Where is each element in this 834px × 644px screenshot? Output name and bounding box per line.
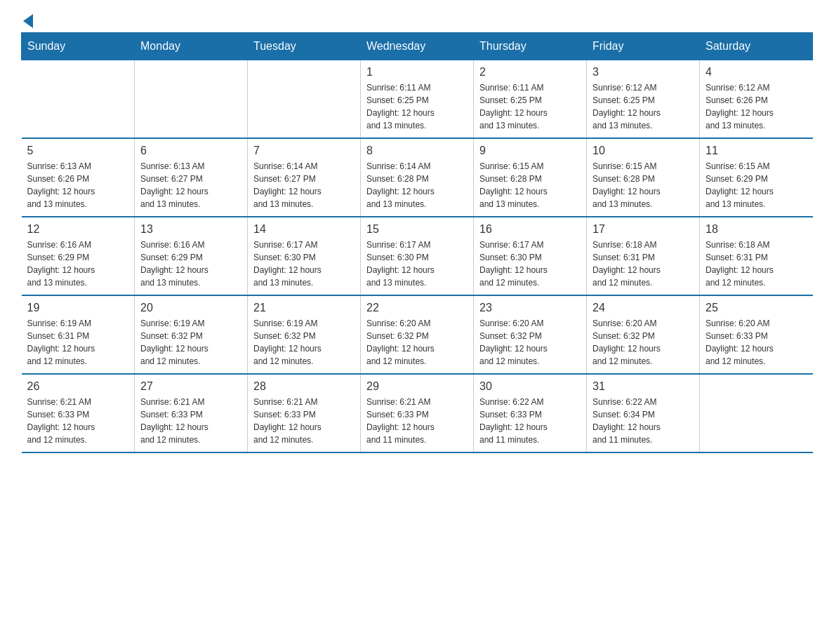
day-info: Sunrise: 6:11 AM Sunset: 6:25 PM Dayligh… bbox=[366, 81, 468, 132]
calendar-cell: 12Sunrise: 6:16 AM Sunset: 6:29 PM Dayli… bbox=[22, 217, 135, 295]
day-info: Sunrise: 6:17 AM Sunset: 6:30 PM Dayligh… bbox=[366, 239, 468, 289]
day-info: Sunrise: 6:21 AM Sunset: 6:33 PM Dayligh… bbox=[253, 396, 355, 446]
calendar-cell: 18Sunrise: 6:18 AM Sunset: 6:31 PM Dayli… bbox=[700, 217, 813, 295]
day-info: Sunrise: 6:21 AM Sunset: 6:33 PM Dayligh… bbox=[27, 396, 129, 446]
calendar-table: SundayMondayTuesdayWednesdayThursdayFrid… bbox=[21, 32, 813, 453]
day-number: 24 bbox=[593, 302, 694, 314]
day-number: 1 bbox=[366, 66, 468, 79]
day-info: Sunrise: 6:14 AM Sunset: 6:28 PM Dayligh… bbox=[366, 160, 468, 210]
day-number: 29 bbox=[366, 380, 468, 393]
day-info: Sunrise: 6:15 AM Sunset: 6:28 PM Dayligh… bbox=[593, 160, 694, 210]
calendar-week-row: 5Sunrise: 6:13 AM Sunset: 6:26 PM Daylig… bbox=[22, 138, 813, 217]
weekday-header-wednesday: Wednesday bbox=[361, 33, 474, 60]
day-info: Sunrise: 6:12 AM Sunset: 6:25 PM Dayligh… bbox=[593, 81, 694, 132]
calendar-cell: 4Sunrise: 6:12 AM Sunset: 6:26 PM Daylig… bbox=[700, 60, 813, 139]
calendar-cell: 25Sunrise: 6:20 AM Sunset: 6:33 PM Dayli… bbox=[700, 295, 813, 374]
weekday-header-thursday: Thursday bbox=[474, 33, 587, 60]
calendar-cell: 9Sunrise: 6:15 AM Sunset: 6:28 PM Daylig… bbox=[474, 138, 587, 217]
day-info: Sunrise: 6:14 AM Sunset: 6:27 PM Dayligh… bbox=[253, 160, 355, 210]
day-number: 5 bbox=[27, 145, 129, 157]
weekday-header-tuesday: Tuesday bbox=[248, 33, 361, 60]
day-number: 23 bbox=[479, 302, 581, 314]
calendar-cell: 27Sunrise: 6:21 AM Sunset: 6:33 PM Dayli… bbox=[135, 374, 248, 452]
calendar-week-row: 12Sunrise: 6:16 AM Sunset: 6:29 PM Dayli… bbox=[22, 217, 813, 295]
day-info: Sunrise: 6:15 AM Sunset: 6:28 PM Dayligh… bbox=[479, 160, 581, 210]
day-info: Sunrise: 6:21 AM Sunset: 6:33 PM Dayligh… bbox=[366, 396, 468, 446]
day-info: Sunrise: 6:16 AM Sunset: 6:29 PM Dayligh… bbox=[140, 239, 241, 289]
page-header bbox=[21, 14, 813, 25]
calendar-cell: 20Sunrise: 6:19 AM Sunset: 6:32 PM Dayli… bbox=[135, 295, 248, 374]
calendar-cell: 28Sunrise: 6:21 AM Sunset: 6:33 PM Dayli… bbox=[248, 374, 361, 452]
day-info: Sunrise: 6:19 AM Sunset: 6:31 PM Dayligh… bbox=[27, 317, 129, 368]
day-number: 31 bbox=[593, 380, 694, 393]
day-info: Sunrise: 6:16 AM Sunset: 6:29 PM Dayligh… bbox=[27, 239, 129, 289]
day-info: Sunrise: 6:18 AM Sunset: 6:31 PM Dayligh… bbox=[706, 239, 807, 289]
calendar-cell: 15Sunrise: 6:17 AM Sunset: 6:30 PM Dayli… bbox=[361, 217, 474, 295]
day-number: 28 bbox=[253, 380, 355, 393]
day-number: 21 bbox=[253, 302, 355, 314]
calendar-cell: 26Sunrise: 6:21 AM Sunset: 6:33 PM Dayli… bbox=[22, 374, 135, 452]
logo-arrow-icon bbox=[23, 14, 33, 28]
day-info: Sunrise: 6:19 AM Sunset: 6:32 PM Dayligh… bbox=[140, 317, 241, 368]
day-number: 10 bbox=[593, 145, 694, 157]
day-number: 30 bbox=[479, 380, 581, 393]
day-number: 18 bbox=[706, 223, 807, 236]
day-number: 11 bbox=[706, 145, 807, 157]
day-number: 22 bbox=[366, 302, 468, 314]
day-info: Sunrise: 6:15 AM Sunset: 6:29 PM Dayligh… bbox=[706, 160, 807, 210]
day-info: Sunrise: 6:13 AM Sunset: 6:26 PM Dayligh… bbox=[27, 160, 129, 210]
day-number: 27 bbox=[140, 380, 241, 393]
calendar-week-row: 19Sunrise: 6:19 AM Sunset: 6:31 PM Dayli… bbox=[22, 295, 813, 374]
calendar-cell: 17Sunrise: 6:18 AM Sunset: 6:31 PM Dayli… bbox=[587, 217, 700, 295]
weekday-header-row: SundayMondayTuesdayWednesdayThursdayFrid… bbox=[22, 33, 813, 60]
day-info: Sunrise: 6:20 AM Sunset: 6:33 PM Dayligh… bbox=[706, 317, 807, 368]
calendar-cell: 3Sunrise: 6:12 AM Sunset: 6:25 PM Daylig… bbox=[587, 60, 700, 139]
calendar-cell: 5Sunrise: 6:13 AM Sunset: 6:26 PM Daylig… bbox=[22, 138, 135, 217]
weekday-header-monday: Monday bbox=[135, 33, 248, 60]
calendar-cell: 7Sunrise: 6:14 AM Sunset: 6:27 PM Daylig… bbox=[248, 138, 361, 217]
day-number: 13 bbox=[140, 223, 241, 236]
day-number: 26 bbox=[27, 380, 129, 393]
calendar-cell: 10Sunrise: 6:15 AM Sunset: 6:28 PM Dayli… bbox=[587, 138, 700, 217]
day-info: Sunrise: 6:22 AM Sunset: 6:33 PM Dayligh… bbox=[479, 396, 581, 446]
day-info: Sunrise: 6:17 AM Sunset: 6:30 PM Dayligh… bbox=[253, 239, 355, 289]
day-info: Sunrise: 6:12 AM Sunset: 6:26 PM Dayligh… bbox=[706, 81, 807, 132]
calendar-body: 1Sunrise: 6:11 AM Sunset: 6:25 PM Daylig… bbox=[22, 60, 813, 453]
calendar-cell: 6Sunrise: 6:13 AM Sunset: 6:27 PM Daylig… bbox=[135, 138, 248, 217]
day-number: 16 bbox=[479, 223, 581, 236]
day-number: 14 bbox=[253, 223, 355, 236]
day-number: 7 bbox=[253, 145, 355, 157]
day-number: 12 bbox=[27, 223, 129, 236]
weekday-header-sunday: Sunday bbox=[22, 33, 135, 60]
calendar-header: SundayMondayTuesdayWednesdayThursdayFrid… bbox=[22, 33, 813, 60]
day-info: Sunrise: 6:22 AM Sunset: 6:34 PM Dayligh… bbox=[593, 396, 694, 446]
calendar-cell bbox=[248, 60, 361, 139]
day-info: Sunrise: 6:17 AM Sunset: 6:30 PM Dayligh… bbox=[479, 239, 581, 289]
day-info: Sunrise: 6:13 AM Sunset: 6:27 PM Dayligh… bbox=[140, 160, 241, 210]
weekday-header-friday: Friday bbox=[587, 33, 700, 60]
day-info: Sunrise: 6:11 AM Sunset: 6:25 PM Dayligh… bbox=[479, 81, 581, 132]
calendar-cell: 22Sunrise: 6:20 AM Sunset: 6:32 PM Dayli… bbox=[361, 295, 474, 374]
calendar-cell: 23Sunrise: 6:20 AM Sunset: 6:32 PM Dayli… bbox=[474, 295, 587, 374]
day-number: 4 bbox=[706, 66, 807, 79]
calendar-cell: 24Sunrise: 6:20 AM Sunset: 6:32 PM Dayli… bbox=[587, 295, 700, 374]
logo bbox=[21, 14, 33, 25]
day-info: Sunrise: 6:18 AM Sunset: 6:31 PM Dayligh… bbox=[593, 239, 694, 289]
calendar-cell bbox=[22, 60, 135, 139]
calendar-cell: 14Sunrise: 6:17 AM Sunset: 6:30 PM Dayli… bbox=[248, 217, 361, 295]
weekday-header-saturday: Saturday bbox=[700, 33, 813, 60]
day-info: Sunrise: 6:19 AM Sunset: 6:32 PM Dayligh… bbox=[253, 317, 355, 368]
day-number: 20 bbox=[140, 302, 241, 314]
calendar-week-row: 1Sunrise: 6:11 AM Sunset: 6:25 PM Daylig… bbox=[22, 60, 813, 139]
day-number: 25 bbox=[706, 302, 807, 314]
calendar-cell: 1Sunrise: 6:11 AM Sunset: 6:25 PM Daylig… bbox=[361, 60, 474, 139]
calendar-cell: 31Sunrise: 6:22 AM Sunset: 6:34 PM Dayli… bbox=[587, 374, 700, 452]
calendar-cell: 29Sunrise: 6:21 AM Sunset: 6:33 PM Dayli… bbox=[361, 374, 474, 452]
calendar-cell bbox=[700, 374, 813, 452]
calendar-week-row: 26Sunrise: 6:21 AM Sunset: 6:33 PM Dayli… bbox=[22, 374, 813, 452]
calendar-cell: 21Sunrise: 6:19 AM Sunset: 6:32 PM Dayli… bbox=[248, 295, 361, 374]
day-number: 6 bbox=[140, 145, 241, 157]
day-info: Sunrise: 6:21 AM Sunset: 6:33 PM Dayligh… bbox=[140, 396, 241, 446]
calendar-cell: 11Sunrise: 6:15 AM Sunset: 6:29 PM Dayli… bbox=[700, 138, 813, 217]
calendar-cell bbox=[135, 60, 248, 139]
